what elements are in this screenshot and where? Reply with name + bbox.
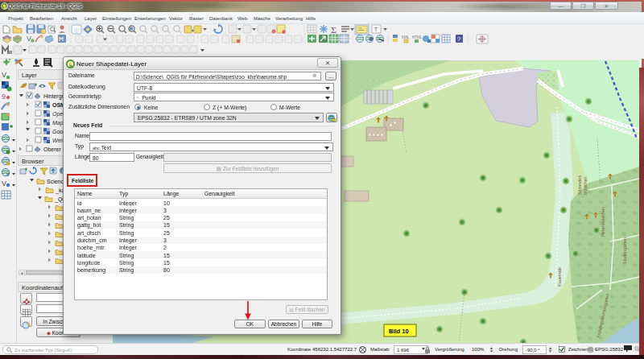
svg-text:Sitzendes: Sitzendes <box>577 175 582 195</box>
svg-text:Studengarten: Studengarten <box>622 237 627 264</box>
svg-text:Hirtenmädchen: Hirtenmädchen <box>601 207 605 237</box>
svg-text:HTML: HTML <box>412 35 423 39</box>
svg-text:?: ? <box>457 35 461 43</box>
svg-text:T: T <box>374 26 378 33</box>
svg-text:V: V <box>6 172 10 177</box>
svg-text:Bild 10: Bild 10 <box>389 328 409 335</box>
svg-text:9: 9 <box>2 93 6 101</box>
svg-text:V: V <box>2 71 6 79</box>
svg-text:KML: KML <box>402 35 410 39</box>
svg-text:Mädchen: Mädchen <box>583 176 588 195</box>
svg-text:Σ: Σ <box>331 25 336 35</box>
svg-text:V: V <box>27 35 31 43</box>
svg-text:Kauernde: Kauernde <box>557 267 562 287</box>
svg-text:V: V <box>2 180 6 188</box>
